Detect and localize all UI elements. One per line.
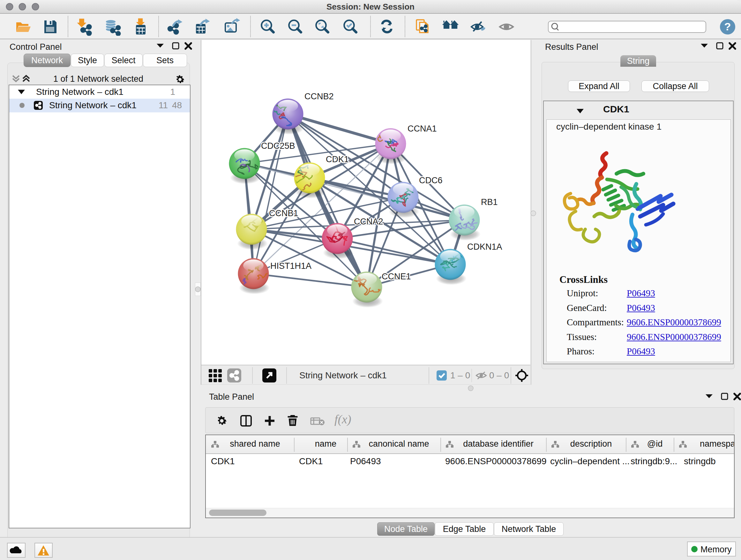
- svg-text:CCNB2: CCNB2: [305, 91, 334, 101]
- svg-text:CDC25B: CDC25B: [261, 141, 295, 151]
- svg-text:CDKN1A: CDKN1A: [467, 242, 502, 252]
- svg-text:CCNB1: CCNB1: [269, 208, 298, 218]
- svg-text:CDK1: CDK1: [326, 154, 349, 164]
- svg-text:?: ?: [724, 20, 731, 33]
- svg-text:CCNA1: CCNA1: [408, 124, 437, 133]
- svg-text:CDC6: CDC6: [419, 176, 443, 185]
- svg-text:HIST1H1A: HIST1H1A: [270, 261, 312, 271]
- svg-text:RB1: RB1: [481, 197, 498, 207]
- svg-text:CCNA2: CCNA2: [354, 217, 383, 226]
- svg-text:CCNE1: CCNE1: [382, 272, 411, 281]
